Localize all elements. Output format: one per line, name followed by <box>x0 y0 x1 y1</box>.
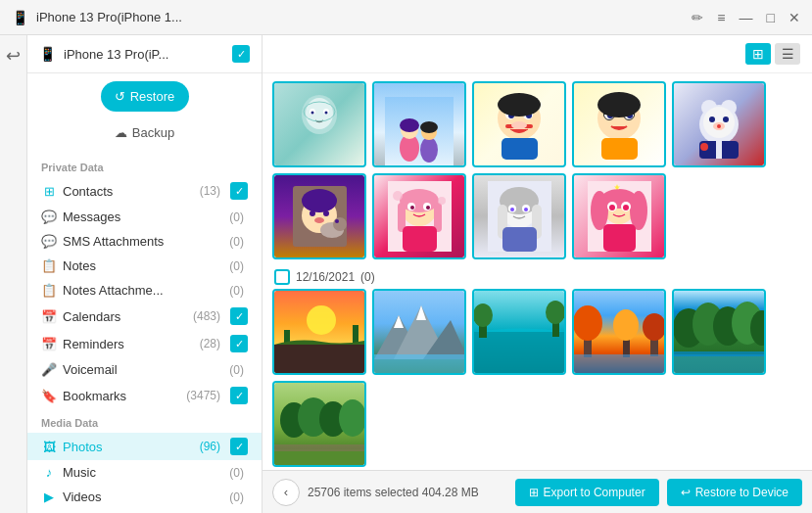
device-phone-icon: 📱 <box>39 46 56 62</box>
device-selector[interactable]: 📱 iPhone 13 Pro(iP... ✓ <box>27 35 262 73</box>
restore-button[interactable]: ↺ Restore <box>101 81 189 112</box>
view-controls: ⊞ ☰ <box>263 35 812 73</box>
sms-label: SMS Attachments <box>63 234 223 249</box>
main-layout: ↩ 📱 iPhone 13 Pro(iP... ✓ ↺ Restore ☁ Ba… <box>0 35 812 513</box>
photo-thumb-5[interactable] <box>672 81 766 167</box>
photo-thumb-10[interactable] <box>272 289 366 375</box>
sidebar-item-calendars[interactable]: 📅 Calendars (483) ✓ <box>27 303 262 330</box>
sidebar-item-reminders[interactable]: 📅 Reminders (28) ✓ <box>27 330 262 357</box>
device-name: iPhone 13 Pro(iP... <box>64 47 224 62</box>
sidebar-item-bookmarks[interactable]: 🔖 Bookmarks (3475) ✓ <box>27 382 262 409</box>
bookmarks-count: (3475) <box>186 389 220 402</box>
calendars-check: ✓ <box>230 307 248 325</box>
svg-rect-122 <box>274 449 364 465</box>
date-check[interactable] <box>274 269 290 285</box>
sidebar: 📱 iPhone 13 Pro(iP... ✓ ↺ Restore ☁ Back… <box>27 35 263 513</box>
videos-label: Videos <box>63 490 223 504</box>
photo-thumb-2[interactable] <box>372 81 466 167</box>
voicemail-label: Voicemail <box>63 362 223 377</box>
sidebar-item-notes-attach[interactable]: 📋 Notes Attachme... (0) <box>27 278 262 303</box>
photo-thumb-14[interactable] <box>672 289 766 375</box>
svg-point-79 <box>609 205 615 210</box>
photo-thumb-15[interactable] <box>272 381 366 467</box>
photos-label: Photos <box>63 440 194 454</box>
grid-view-button[interactable]: ⊞ <box>745 43 771 65</box>
svg-rect-96 <box>474 332 564 373</box>
svg-rect-21 <box>502 138 538 160</box>
sidebar-item-notes[interactable]: 📋 Notes (0) <box>27 254 262 278</box>
sidebar-item-contacts[interactable]: ⊞ Contacts (13) ✓ <box>27 177 262 205</box>
svg-point-44 <box>310 210 315 216</box>
back-button[interactable]: ↩ <box>6 45 21 67</box>
svg-rect-71 <box>502 227 537 252</box>
photo-thumb-9[interactable] <box>572 173 666 259</box>
photo-thumb-8[interactable] <box>472 173 566 259</box>
svg-point-103 <box>574 305 602 341</box>
restore-label: Restore <box>130 89 175 104</box>
edit-icon[interactable]: ✏ <box>692 10 703 25</box>
svg-point-1 <box>306 98 333 129</box>
reminders-icon: 📅 <box>41 337 57 351</box>
svg-point-69 <box>510 208 514 211</box>
notes-icon: 📋 <box>41 258 57 273</box>
minimize-button[interactable]: — <box>740 10 753 25</box>
svg-rect-94 <box>374 354 464 373</box>
svg-point-75 <box>591 191 608 230</box>
svg-point-58 <box>426 206 430 210</box>
maximize-button[interactable]: □ <box>767 10 775 25</box>
restore-device-label: Restore to Device <box>695 486 788 499</box>
music-icon: ♪ <box>41 465 57 480</box>
svg-point-35 <box>723 117 729 122</box>
export-icon: ⊞ <box>529 486 539 499</box>
sidebar-item-messages[interactable]: 💬 Messages (0) <box>27 205 262 229</box>
videos-icon: ▶ <box>41 490 57 504</box>
reminders-check: ✓ <box>230 335 248 352</box>
photo-thumb-11[interactable] <box>372 289 466 375</box>
music-label: Music <box>63 465 223 480</box>
svg-point-46 <box>314 217 324 223</box>
messages-label: Messages <box>63 210 223 224</box>
sidebar-item-sms[interactable]: 💬 SMS Attachments (0) <box>27 229 262 254</box>
titlebar-title: iPhone 13 Pro(iPhone 1... <box>36 10 182 24</box>
restore-icon: ↺ <box>115 89 125 104</box>
photo-thumb-7[interactable] <box>372 173 466 259</box>
sidebar-item-music[interactable]: ♪ Music (0) <box>27 460 262 485</box>
sidebar-item-voicemail[interactable]: 🎤 Voicemail (0) <box>27 357 262 382</box>
menu-icon[interactable]: ≡ <box>717 10 725 25</box>
contacts-icon: ⊞ <box>41 184 57 199</box>
photo-thumb-4[interactable] <box>572 81 666 167</box>
prev-page-button[interactable]: ‹ <box>272 479 300 506</box>
svg-point-5 <box>325 112 328 115</box>
list-view-button[interactable]: ☰ <box>775 43 800 65</box>
svg-point-20 <box>498 93 541 117</box>
close-button[interactable]: ✕ <box>788 10 800 25</box>
svg-point-49 <box>335 219 339 223</box>
calendars-icon: 📅 <box>41 309 57 324</box>
export-to-computer-button[interactable]: ⊞ Export to Computer <box>515 479 659 506</box>
svg-point-34 <box>709 117 715 122</box>
photo-thumb-3[interactable] <box>472 81 566 167</box>
svg-point-43 <box>302 189 337 212</box>
calendars-label: Calendars <box>63 309 187 324</box>
photo-row-4 <box>272 381 802 467</box>
svg-point-60 <box>393 191 403 201</box>
selected-info: 25706 items selected 404.28 MB <box>308 486 507 499</box>
svg-point-84 <box>307 305 336 335</box>
titlebar-controls: ✏ ≡ — □ ✕ <box>692 10 800 25</box>
photo-thumb-12[interactable] <box>472 289 566 375</box>
photos-count: (96) <box>200 440 220 453</box>
photo-thumb-1[interactable] <box>272 81 366 167</box>
photo-thumb-6[interactable] <box>272 173 366 259</box>
sidebar-item-voice-memos[interactable]: 🎙 Voice Memos (0) <box>27 509 262 513</box>
sidebar-item-videos[interactable]: ▶ Videos (0) <box>27 485 262 509</box>
notes-label: Notes <box>63 258 223 273</box>
bottom-bar: ‹ 25706 items selected 404.28 MB ⊞ Expor… <box>263 470 812 513</box>
backup-icon: ☁ <box>115 125 127 140</box>
restore-to-device-button[interactable]: ↩ Restore to Device <box>667 479 802 506</box>
music-count: (0) <box>229 466 244 480</box>
photo-grid[interactable]: 12/16/2021 (0) <box>263 73 812 470</box>
date-text: 12/16/2021 <box>296 270 355 284</box>
photo-thumb-13[interactable] <box>572 289 666 375</box>
backup-button[interactable]: ☁ Backup <box>101 119 189 146</box>
sidebar-item-photos[interactable]: 🖼 Photos (96) ✓ <box>27 433 262 460</box>
